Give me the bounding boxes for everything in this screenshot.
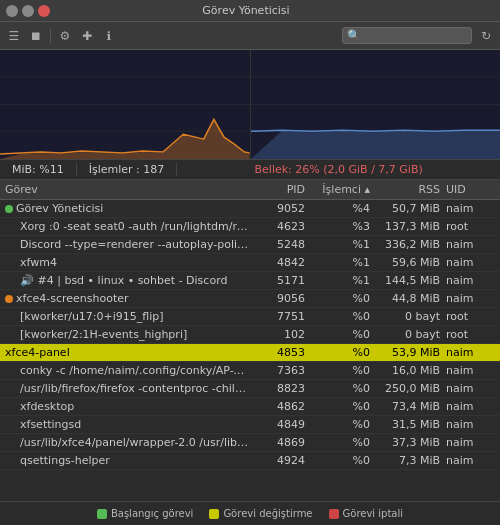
table-row[interactable]: Xorg :0 -seat seat0 -auth /run/lightdm/r…	[0, 218, 500, 236]
task-name-text: xfce4-panel	[5, 346, 70, 359]
task-name-text: conky -c /home/naim/.config/conky/AP-Wea…	[20, 364, 250, 377]
task-name-cell: xfdesktop	[2, 400, 253, 413]
cpu-cell: %0	[308, 364, 373, 377]
rss-cell: 50,7 MiB	[373, 202, 443, 215]
legend-start: Başlangıç görevi	[97, 508, 193, 519]
legend-dot-green	[97, 509, 107, 519]
col-header-pid[interactable]: PID	[253, 183, 308, 196]
search-input[interactable]	[364, 30, 467, 42]
table-header: Görev PID İşlemci ▴ RSS UID	[0, 180, 500, 200]
pid-cell: 4849	[253, 418, 308, 431]
uid-cell: naim	[443, 292, 498, 305]
status-bar: MiB: %11 İşlemler : 187 Bellek: 26% (2,0…	[0, 160, 500, 180]
cpu-cell: %0	[308, 418, 373, 431]
task-name-cell: /usr/lib/firefox/firefox -contentproc -c…	[2, 382, 253, 395]
task-name-cell: /usr/lib/xfce4/panel/wrapper-2.0 /usr/li…	[2, 436, 253, 449]
rss-cell: 59,6 MiB	[373, 256, 443, 269]
cpu-cell: %0	[308, 346, 373, 359]
toolbar-separator	[50, 28, 51, 44]
toolbar-stop-icon[interactable]: ⏹	[26, 26, 46, 46]
task-name-cell: [kworker/u17:0+i915_flip]	[2, 310, 253, 323]
table-row[interactable]: /usr/lib/firefox/firefox -contentproc -c…	[0, 380, 500, 398]
search-icon: 🔍	[347, 29, 361, 42]
close-button[interactable]	[38, 5, 50, 17]
pid-cell: 9056	[253, 292, 308, 305]
green-status-dot	[5, 205, 13, 213]
uid-cell: naim	[443, 202, 498, 215]
table-row[interactable]: xfce4-screenshooter9056%044,8 MiBnaim	[0, 290, 500, 308]
col-header-cpu[interactable]: İşlemci ▴	[308, 183, 373, 196]
task-name-text: Xorg :0 -seat seat0 -auth /run/lightdm/r…	[20, 220, 250, 233]
table-row[interactable]: [kworker/2:1H-events_highpri]102%00 bayt…	[0, 326, 500, 344]
pid-cell: 9052	[253, 202, 308, 215]
maximize-button[interactable]	[22, 5, 34, 17]
pid-cell: 8823	[253, 382, 308, 395]
task-name-text: xfdesktop	[20, 400, 74, 413]
toolbar-menu-icon[interactable]: ☰	[4, 26, 24, 46]
table-row[interactable]: Görev Yöneticisi9052%450,7 MiBnaim	[0, 200, 500, 218]
toolbar-info-icon[interactable]: ℹ	[99, 26, 119, 46]
rss-cell: 7,3 MiB	[373, 454, 443, 467]
table-row[interactable]: xfwm44842%159,6 MiBnaim	[0, 254, 500, 272]
pid-cell: 4862	[253, 400, 308, 413]
table-row[interactable]: /usr/lib/xfce4/panel/wrapper-2.0 /usr/li…	[0, 434, 500, 452]
rss-cell: 137,3 MiB	[373, 220, 443, 233]
svg-marker-9	[251, 131, 501, 159]
orange-status-dot	[5, 295, 13, 303]
cpu-cell: %0	[308, 310, 373, 323]
col-header-rss[interactable]: RSS	[373, 183, 443, 196]
table-row[interactable]: qsettings-helper4924%07,3 MiBnaim	[0, 452, 500, 470]
task-name-cell: [kworker/2:1H-events_highpri]	[2, 328, 253, 341]
legend-change-label: Görevi değiştirme	[223, 508, 312, 519]
toolbar: ☰ ⏹ ⚙ ✚ ℹ 🔍 ↻	[0, 22, 500, 50]
pid-cell: 7751	[253, 310, 308, 323]
uid-cell: naim	[443, 436, 498, 449]
titlebar-controls	[6, 5, 50, 17]
search-box[interactable]: 🔍	[342, 27, 472, 44]
table-row[interactable]: 🔊 #4⁪ | bsd • linux • sohbet - Discord51…	[0, 272, 500, 290]
toolbar-refresh-icon[interactable]: ↻	[476, 26, 496, 46]
toolbar-add-icon[interactable]: ✚	[77, 26, 97, 46]
task-name-cell: xfwm4	[2, 256, 253, 269]
pid-cell: 5248	[253, 238, 308, 251]
pid-cell: 4869	[253, 436, 308, 449]
task-name-text: xfwm4	[20, 256, 57, 269]
task-name-text: xfsettingsd	[20, 418, 81, 431]
pid-cell: 4853	[253, 346, 308, 359]
table-row[interactable]: xfsettingsd4849%031,5 MiBnaim	[0, 416, 500, 434]
legend-start-label: Başlangıç görevi	[111, 508, 193, 519]
uid-cell: naim	[443, 364, 498, 377]
rss-cell: 37,3 MiB	[373, 436, 443, 449]
table-row[interactable]: conky -c /home/naim/.config/conky/AP-Wea…	[0, 362, 500, 380]
window-title: Görev Yöneticisi	[50, 4, 442, 17]
table-row[interactable]: xfdesktop4862%073,4 MiBnaim	[0, 398, 500, 416]
uid-cell: naim	[443, 418, 498, 431]
col-header-task[interactable]: Görev	[2, 183, 253, 196]
cpu-cell: %4	[308, 202, 373, 215]
legend-cancel: Görevi iptali	[329, 508, 404, 519]
task-name-cell: Görev Yöneticisi	[2, 202, 253, 215]
minimize-button[interactable]	[6, 5, 18, 17]
table-row[interactable]: Discord --type=renderer --autoplay-polic…	[0, 236, 500, 254]
mib-status: MiB: %11	[0, 163, 77, 176]
table-row[interactable]: xfce4-panel4853%053,9 MiBnaim	[0, 344, 500, 362]
titlebar: Görev Yöneticisi	[0, 0, 500, 22]
task-name-text: Görev Yöneticisi	[16, 202, 103, 215]
islemler-status: İşlemler : 187	[77, 163, 178, 176]
pid-cell: 4924	[253, 454, 308, 467]
task-name-cell: 🔊 #4⁪ | bsd • linux • sohbet - Discord	[2, 274, 253, 287]
cpu-cell: %0	[308, 328, 373, 341]
cpu-cell: %0	[308, 454, 373, 467]
cpu-cell: %0	[308, 400, 373, 413]
cpu-cell: %0	[308, 382, 373, 395]
task-name-text: qsettings-helper	[20, 454, 110, 467]
col-header-uid[interactable]: UID	[443, 183, 498, 196]
uid-cell: root	[443, 328, 498, 341]
rss-cell: 0 bayt	[373, 328, 443, 341]
task-name-cell: xfce4-screenshooter	[2, 292, 253, 305]
table-row[interactable]: [kworker/u17:0+i915_flip]7751%00 baytroo…	[0, 308, 500, 326]
toolbar-settings-icon[interactable]: ⚙	[55, 26, 75, 46]
rss-cell: 0 bayt	[373, 310, 443, 323]
cpu-cell: %1	[308, 256, 373, 269]
uid-cell: root	[443, 220, 498, 233]
